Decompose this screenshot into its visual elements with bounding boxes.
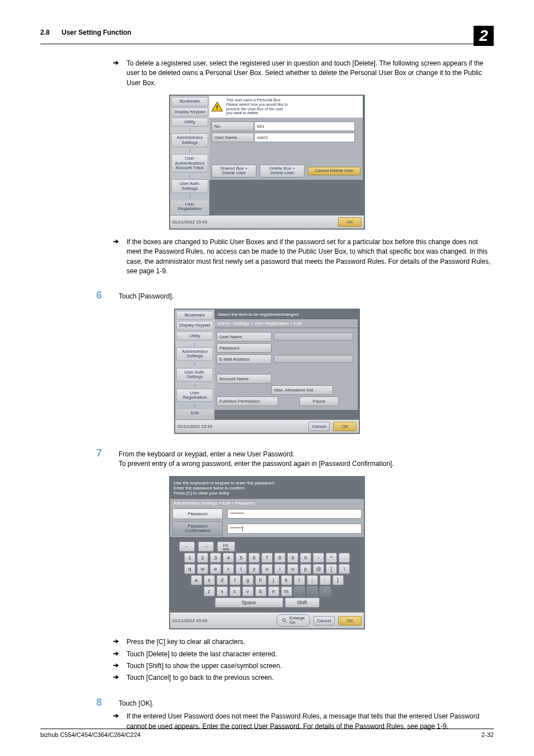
panel-instruction: Use the keyboard or keypad to enter the … (170, 477, 364, 499)
enlarge-on-button[interactable]: Enlarge On (277, 614, 310, 627)
ok-button[interactable]: OK (338, 616, 362, 626)
sidebar-item-admin-settings[interactable]: Administrator Settings (171, 133, 208, 147)
keyboard-key[interactable]: x (217, 586, 228, 596)
shift-key[interactable]: Shift (285, 598, 320, 608)
sidebar-item-user-auth-settings[interactable]: User Auth. Settings (171, 179, 208, 193)
tab-password-confirmation[interactable]: Password Confirmation (172, 521, 223, 536)
sidebar-item-display-keypad[interactable]: Display Keypad (176, 321, 213, 330)
svg-text:!: ! (216, 104, 218, 111)
keyboard-key[interactable]: z (204, 586, 215, 596)
keyboard-key[interactable]: 7 (261, 553, 273, 563)
user-name-button[interactable]: User Name (217, 332, 271, 342)
arrow-right-icon: ➔ (113, 59, 121, 88)
keyboard-key[interactable]: f (229, 575, 241, 585)
keyboard-key[interactable]: , (294, 586, 305, 596)
keyboard-key[interactable]: a (191, 575, 202, 585)
keyboard-key[interactable]: - (313, 553, 324, 563)
keyboard-key[interactable]: \ (339, 564, 350, 574)
screenshot-password-keyboard: Use the keyboard or keypad to enter the … (169, 476, 365, 630)
sidebar-item-admin-settings[interactable]: Administrator Settings (176, 347, 213, 361)
delete-box-delete-user-button[interactable]: Delete Box + Delete User (260, 165, 305, 178)
account-name-button[interactable]: Account Name (217, 374, 271, 384)
keyboard-key[interactable]: 2 (197, 553, 208, 563)
instruction-arrow: ➔Touch [Cancel] to go back to the previo… (113, 673, 494, 683)
keyboard-key[interactable]: d (217, 575, 228, 585)
keyboard-key[interactable]: ] (332, 575, 344, 585)
delete-button[interactable]: De- lete (217, 542, 235, 552)
keyboard-key[interactable]: 0 (300, 553, 311, 563)
pause-button[interactable]: Pause (299, 396, 339, 406)
sidebar-item-user-registration[interactable]: User Registration (171, 200, 208, 214)
keyboard-key[interactable]: p (300, 564, 311, 574)
sidebar-item-utility[interactable]: Utility (171, 118, 208, 127)
keyboard-key[interactable]: b (255, 586, 266, 596)
keyboard-key[interactable]: 5 (236, 553, 247, 563)
cancel-delete-user-button[interactable]: Cancel Delete User (308, 167, 360, 175)
step-text: Touch [OK]. (119, 697, 154, 708)
keyboard-key[interactable]: g (242, 575, 254, 585)
keyboard-key[interactable]: m (281, 586, 292, 596)
keyboard-key[interactable]: o (287, 564, 298, 574)
ok-button[interactable]: OK (338, 217, 362, 227)
keyboard-key[interactable]: q (184, 564, 195, 574)
function-permission-button[interactable]: Function Permission (217, 396, 278, 406)
keyboard-key[interactable]: 3 (210, 553, 221, 563)
sidebar-item-user-registration[interactable]: User Registration (176, 389, 213, 403)
keyboard-key[interactable]: l (294, 575, 305, 585)
keyboard-key[interactable]: : (320, 575, 331, 585)
password-input[interactable]: ******** (227, 509, 362, 519)
keyboard-key[interactable]: t (236, 564, 247, 574)
keyboard-key[interactable] (339, 553, 350, 563)
ok-button[interactable]: OK (333, 422, 357, 431)
sidebar-item-user-auth-settings[interactable]: User Auth. Settings (176, 368, 213, 382)
keyboard-key[interactable]: s (204, 575, 215, 585)
keyboard-key[interactable]: . (307, 586, 318, 596)
password-button[interactable]: Password (217, 343, 271, 353)
chevron-down-icon: ↓ (170, 194, 209, 199)
instruction-text: Touch [Delete] to delete the last charac… (127, 650, 494, 659)
keyboard-key[interactable]: c (229, 586, 241, 596)
keyboard-key[interactable]: u (261, 564, 273, 574)
max-allowance-set-button[interactable]: Max. Allowance Set (271, 385, 333, 395)
keyboard-key[interactable]: i (274, 564, 285, 574)
keyboard-key[interactable]: j (268, 575, 279, 585)
space-key[interactable]: Space (215, 598, 283, 608)
keyboard-key[interactable]: v (242, 586, 254, 596)
sidebar-item-utility[interactable]: Utility (176, 332, 213, 340)
keyboard-key[interactable]: ^ (326, 553, 337, 563)
password-confirmation-input[interactable]: ******* (227, 524, 362, 534)
keyboard-key[interactable]: e (210, 564, 221, 574)
keyboard-key[interactable]: y (249, 564, 260, 574)
sidebar-item-display-keypad[interactable]: Display Keypad (171, 108, 208, 116)
tab-password[interactable]: Password (172, 508, 223, 519)
sidebar-item-edit[interactable]: Edit (176, 409, 213, 418)
keyboard-key[interactable]: @ (313, 564, 324, 574)
keyboard-key[interactable]: 6 (249, 553, 260, 563)
sidebar-item-bookmark[interactable]: Bookmark (171, 97, 208, 106)
chevron-down-icon: ↓ (170, 173, 209, 179)
sidebar-item-user-auth-account-track[interactable]: User Authentication/ Account Track (171, 154, 208, 172)
cancel-button[interactable]: Cancel (308, 422, 330, 431)
keyboard-key[interactable]: 1 (184, 553, 195, 563)
keyboard-key[interactable]: [ (326, 564, 337, 574)
keyboard-key[interactable]: w (197, 564, 208, 574)
cursor-right-button[interactable]: → (198, 542, 214, 552)
keyboard-key[interactable]: n (268, 586, 279, 596)
keyboard-key[interactable]: 8 (274, 553, 285, 563)
email-address-button[interactable]: E-Mail Address (217, 354, 271, 364)
cancel-button[interactable]: Cancel (313, 616, 335, 626)
keyboard-key[interactable]: r (223, 564, 234, 574)
arrow-right-icon: ➔ (113, 673, 121, 683)
cursor-left-button[interactable]: ← (179, 542, 195, 552)
keyboard-key[interactable]: 4 (223, 553, 234, 563)
sidebar-item-bookmark[interactable]: Bookmark (176, 311, 213, 320)
keyboard-key[interactable]: ; (307, 575, 318, 585)
arrow-right-icon: ➔ (113, 650, 121, 659)
keyboard-key[interactable]: 9 (287, 553, 298, 563)
keyboard-key[interactable]: h (255, 575, 266, 585)
keyboard-key[interactable]: k (281, 575, 292, 585)
keyboard-key[interactable]: / (320, 586, 331, 596)
timestamp: 01/11/2012 15:43 (172, 220, 207, 225)
shared-box-delete-user-button[interactable]: Shared Box + Delete User (212, 165, 256, 178)
instruction-text: Press the [C] key to clear all character… (127, 637, 494, 647)
